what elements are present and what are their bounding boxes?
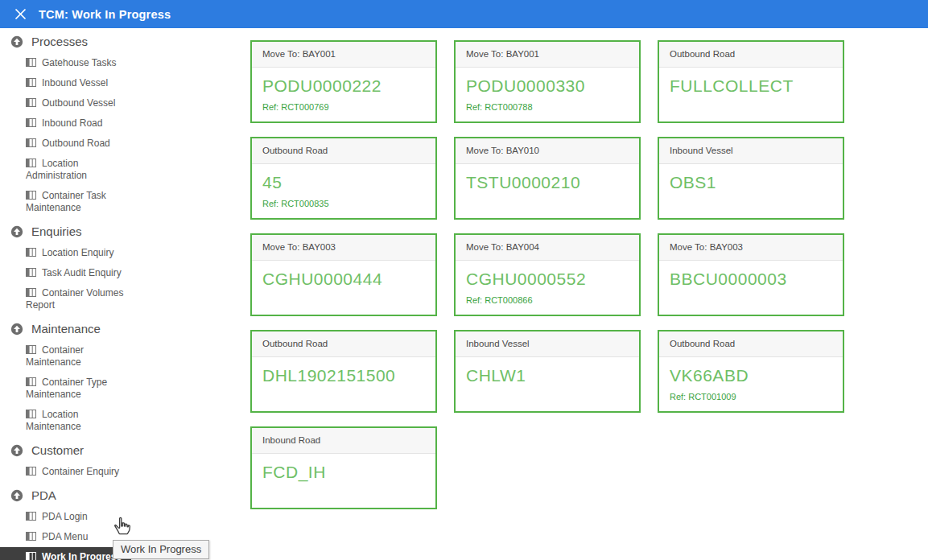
sidebar-item-location-enquiry[interactable]: Location Enquiry — [0, 243, 123, 263]
task-card[interactable]: Inbound Road FCD_IH — [250, 426, 437, 509]
task-card[interactable]: Outbound Road 45 Ref: RCT000835 — [250, 137, 437, 220]
sidebar-item-outbound-vessel[interactable]: Outbound Vessel — [0, 93, 125, 113]
sidebar-section-header[interactable]: PDA — [0, 482, 241, 507]
task-card[interactable]: Move To: BAY001 PODU0000330 Ref: RCT0007… — [454, 40, 641, 123]
task-card-code: VK66ABD — [670, 366, 832, 385]
sidebar-section-label: Maintenance — [31, 322, 101, 336]
sidebar-section-label: Enquiries — [31, 224, 82, 238]
sidebar-section-header[interactable]: Maintenance — [0, 315, 241, 340]
grid-icon — [26, 78, 36, 87]
sidebar-section: Processes Gatehouse Tasks Inbound Vessel… — [0, 28, 241, 218]
task-card-code: CHLW1 — [466, 366, 629, 385]
sidebar-section-items: Container Maintenance Container Type Mai… — [0, 340, 241, 437]
sidebar-item-inbound-vessel[interactable]: Inbound Vessel — [0, 73, 118, 93]
sidebar-section: Maintenance Container Maintenance Contai… — [0, 315, 241, 437]
sidebar-item-inbound-road[interactable]: Inbound Road — [0, 113, 112, 134]
task-card[interactable]: Outbound Road DHL1902151500 — [250, 330, 437, 413]
sidebar-item-location-administration[interactable]: Location Administration — [0, 154, 145, 186]
task-card-body: CGHU0000444 — [252, 261, 435, 289]
sidebar-item-label: Inbound Vessel — [42, 77, 108, 89]
sidebar-item-container-task-maintenance[interactable]: Container Task Maintenance — [0, 186, 145, 218]
grid-icon — [26, 268, 36, 277]
sidebar-section-header[interactable]: Enquiries — [0, 218, 241, 243]
task-card-code: PODU0000330 — [466, 76, 629, 96]
task-card[interactable]: Outbound Road FULLCOLLECT — [658, 40, 844, 123]
task-card-body: BBCU0000003 — [659, 261, 843, 289]
sidebar-item-container-type-maintenance[interactable]: Container Type Maintenance — [0, 373, 145, 405]
sidebar-section-label: Processes — [31, 35, 88, 48]
sidebar-item-container-volumes-report[interactable]: Container Volumes Report — [0, 283, 145, 315]
task-card-ref: Ref: RCT000769 — [262, 102, 425, 112]
task-card-body: PODU0000330 Ref: RCT000788 — [456, 68, 639, 112]
sidebar-section: Customer Container Enquiry — [0, 437, 241, 482]
task-card-header: Outbound Road — [252, 331, 435, 357]
sidebar-item-container-enquiry[interactable]: Container Enquiry — [0, 462, 129, 482]
task-card-header: Move To: BAY003 — [252, 235, 435, 261]
sidebar-section-header[interactable]: Processes — [0, 28, 241, 53]
grid-icon — [26, 345, 36, 354]
sidebar-item-gatehouse-tasks[interactable]: Gatehouse Tasks — [0, 53, 126, 73]
task-card-ref: Ref: RCT000866 — [466, 295, 629, 305]
grid-icon — [26, 467, 36, 476]
sidebar-section-items: Container Enquiry — [0, 462, 241, 482]
sidebar-item-label: Container Enquiry — [42, 466, 119, 477]
sidebar-item-label: Work In Progress — [42, 551, 122, 560]
task-card-code: DHL1902151500 — [262, 366, 425, 385]
task-card[interactable]: Move To: BAY001 PODU0000222 Ref: RCT0007… — [250, 40, 437, 123]
sidebar-item-label: Container Type Maintenance — [26, 377, 107, 400]
tooltip: Work In Progress — [113, 540, 209, 559]
task-card-code: CGHU0000552 — [466, 270, 629, 289]
task-card-body: OBS1 — [659, 164, 843, 192]
task-card[interactable]: Outbound Road VK66ABD Ref: RCT001009 — [658, 330, 844, 413]
page-title: TCM: Work In Progress — [39, 8, 171, 21]
task-card[interactable]: Inbound Vessel OBS1 — [658, 137, 844, 220]
sidebar-section-header[interactable]: Customer — [0, 437, 241, 462]
sidebar-item-task-audit-enquiry[interactable]: Task Audit Enquiry — [0, 263, 131, 283]
sidebar-section-label: Customer — [31, 443, 84, 457]
close-icon[interactable] — [13, 7, 27, 22]
task-card[interactable]: Move To: BAY003 BBCU0000003 — [658, 233, 844, 316]
sidebar-item-label: Container Task Maintenance — [26, 190, 106, 213]
grid-icon — [26, 288, 36, 297]
task-card-body: 45 Ref: RCT000835 — [252, 164, 435, 208]
sidebar: Processes Gatehouse Tasks Inbound Vessel… — [0, 28, 241, 560]
grid-icon — [26, 512, 36, 521]
circle-up-arrow-icon — [10, 444, 23, 457]
task-card[interactable]: Move To: BAY003 CGHU0000444 — [250, 233, 437, 316]
task-card-code: OBS1 — [670, 173, 832, 192]
sidebar-item-outbound-road[interactable]: Outbound Road — [0, 134, 120, 154]
task-card-body: TSTU0000210 — [456, 164, 639, 192]
sidebar-item-work-in-progress[interactable]: Work In Progress — [0, 547, 131, 560]
circle-up-arrow-icon — [10, 35, 23, 48]
sidebar-item-label: PDA Login — [42, 511, 88, 522]
task-card-header: Move To: BAY010 — [456, 138, 639, 164]
task-card-ref: Ref: RCT000835 — [262, 199, 425, 208]
grid-icon — [26, 377, 36, 386]
sidebar-item-location-maintenance[interactable]: Location Maintenance — [0, 405, 145, 437]
task-card-header: Move To: BAY001 — [456, 42, 639, 68]
task-card-ref: Ref: RCT000788 — [466, 102, 629, 112]
sidebar-item-container-maintenance[interactable]: Container Maintenance — [0, 340, 145, 373]
grid-icon — [26, 118, 36, 127]
task-card-body: FULLCOLLECT — [659, 68, 843, 96]
task-card-header: Outbound Road — [252, 138, 435, 164]
task-card-code: 45 — [262, 173, 425, 192]
sidebar-item-label: Location Enquiry — [42, 247, 113, 258]
task-card-header: Inbound Vessel — [659, 138, 843, 164]
grid-icon — [26, 532, 36, 541]
sidebar-item-pda-menu[interactable]: PDA Menu — [0, 527, 97, 547]
task-card[interactable]: Move To: BAY004 CGHU0000552 Ref: RCT0008… — [454, 233, 641, 316]
sidebar-section-items: Gatehouse Tasks Inbound Vessel Outbound … — [0, 53, 241, 218]
task-card[interactable]: Inbound Vessel CHLW1 — [454, 330, 641, 413]
task-card-body: VK66ABD Ref: RCT001009 — [659, 357, 843, 401]
task-card-code: CGHU0000444 — [262, 270, 425, 289]
task-card[interactable]: Move To: BAY010 TSTU0000210 — [454, 137, 641, 220]
sidebar-section: Enquiries Location Enquiry Task Audit En… — [0, 218, 241, 315]
task-card-body: DHL1902151500 — [252, 357, 435, 385]
task-card-body: PODU0000222 Ref: RCT000769 — [252, 68, 435, 112]
sidebar-item-pda-login[interactable]: PDA Login — [0, 507, 97, 527]
task-card-body: CGHU0000552 Ref: RCT000866 — [456, 261, 639, 305]
task-card-header: Inbound Road — [252, 428, 435, 454]
task-card-ref: Ref: RCT001009 — [670, 392, 832, 401]
circle-up-arrow-icon — [10, 323, 23, 336]
